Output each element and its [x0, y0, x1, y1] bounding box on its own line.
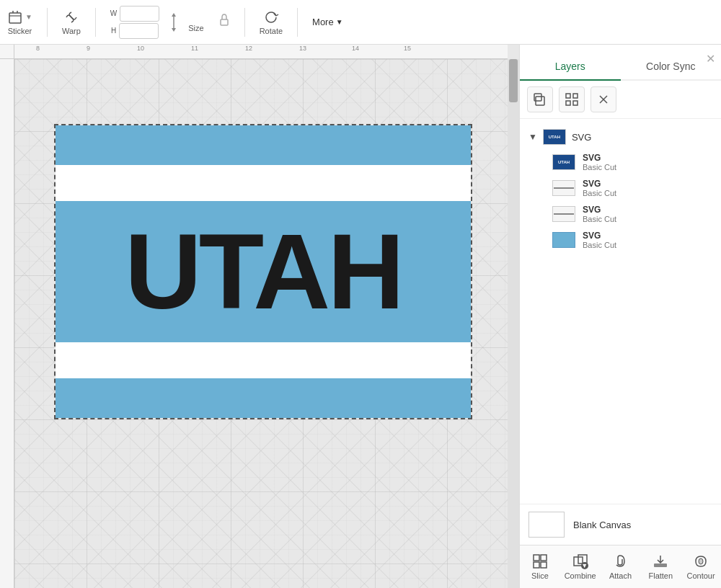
ruler-mark-15: 15	[404, 45, 411, 52]
layer-thumb-3	[552, 206, 575, 222]
sticker-label: Sticker	[8, 27, 32, 35]
layer-name-2: SVG	[583, 179, 616, 189]
layer-thumb-4	[552, 232, 575, 248]
svg-rect-9	[573, 94, 578, 98]
sep2	[95, 8, 96, 37]
bottom-actions: Slice ▼ Combine Attach	[520, 545, 721, 588]
sticker-tool[interactable]: ▼ Sticker	[7, 9, 32, 35]
duplicate-icon	[533, 92, 547, 107]
utah-stripe-top	[56, 165, 471, 201]
sticker-icon	[7, 9, 23, 25]
ruler-mark-8: 8	[36, 45, 40, 52]
combine-icon: ▼	[572, 553, 588, 569]
combine-label: Combine	[565, 571, 596, 580]
warp-tool[interactable]: Warp	[62, 9, 81, 35]
svg-rect-18	[534, 562, 539, 568]
delete-icon	[596, 92, 611, 107]
contour-button[interactable]: Contour	[681, 545, 721, 588]
grid-background: UTAH	[14, 59, 508, 588]
sticker-icon-area: ▼	[7, 9, 32, 25]
delete-icon-btn[interactable]	[590, 86, 616, 112]
toolbar: ▼ Sticker Warp W H	[0, 0, 721, 45]
layer-info-4: SVG Basic Cut	[583, 231, 616, 249]
group-name: SVG	[572, 132, 591, 143]
ruler-mark-12: 12	[245, 45, 252, 52]
panel-tabs: Layers Color Sync ✕	[520, 45, 721, 81]
slice-label: Slice	[531, 571, 549, 580]
lock-icon	[218, 13, 230, 27]
ruler-horizontal: 8 9 10 11 12 13 14 15	[0, 45, 508, 59]
canvas-area[interactable]: 8 9 10 11 12 13 14 15 UTAH	[0, 45, 519, 588]
contour-icon	[693, 553, 709, 569]
slice-icon	[532, 553, 548, 569]
flatten-label: Flatten	[648, 571, 673, 580]
layers-list: ▼ UTAH SVG UTAH SVG Basic Cut SVG Ba	[520, 119, 721, 504]
svg-rect-0	[9, 13, 21, 23]
svg-rect-10	[566, 101, 570, 105]
ruler-mark-11: 11	[191, 45, 198, 52]
combine-button[interactable]: ▼ Combine	[560, 545, 601, 588]
svg-rect-11	[573, 101, 578, 105]
tab-layers[interactable]: Layers	[520, 53, 621, 81]
main-area: 8 9 10 11 12 13 14 15 UTAH	[0, 45, 721, 588]
more-chevron-icon: ▼	[336, 18, 343, 26]
layer-thumb-1: UTAH	[552, 154, 575, 170]
layer-name-3: SVG	[583, 205, 616, 215]
attach-icon	[612, 553, 628, 569]
layers-tab-label: Layers	[555, 61, 585, 72]
svg-rect-8	[566, 94, 570, 98]
scrollbar-thumb[interactable]	[509, 59, 518, 102]
ruler-mark-10: 10	[137, 45, 144, 52]
sep1	[47, 8, 48, 37]
slice-button[interactable]: Slice	[520, 545, 560, 588]
ruler-vertical	[0, 45, 14, 588]
utah-design[interactable]: UTAH	[54, 124, 472, 419]
svg-rect-22	[654, 564, 667, 567]
warp-icon	[63, 9, 79, 25]
layer-item-3[interactable]: SVG Basic Cut	[520, 201, 721, 227]
layer-name-4: SVG	[583, 231, 616, 241]
more-button[interactable]: More ▼	[312, 17, 343, 27]
layer-type-1: Basic Cut	[583, 163, 616, 172]
sep3	[244, 8, 245, 37]
duplicate-icon-btn[interactable]	[527, 86, 553, 112]
layer-info-1: SVG Basic Cut	[583, 153, 616, 172]
panel-close-button[interactable]: ✕	[706, 52, 715, 66]
svg-rect-17	[541, 555, 547, 561]
layer-info-2: SVG Basic Cut	[583, 179, 616, 197]
svg-rect-16	[534, 555, 539, 561]
layer-item-4[interactable]: SVG Basic Cut	[520, 227, 721, 253]
flatten-button[interactable]: Flatten	[640, 545, 681, 588]
utah-text: UTAH	[125, 218, 402, 325]
warp-label: Warp	[62, 27, 81, 35]
group-icon-btn[interactable]	[559, 86, 585, 112]
group-chevron-icon: ▼	[528, 132, 537, 142]
scrollbar-vertical[interactable]	[508, 59, 519, 588]
ruler-corner	[0, 45, 14, 59]
layer-item-2[interactable]: SVG Basic Cut	[520, 175, 721, 201]
layer-item-1[interactable]: UTAH SVG Basic Cut	[520, 149, 721, 175]
attach-label: Attach	[609, 571, 632, 580]
layer-type-2: Basic Cut	[583, 189, 616, 197]
layer-thumb-2	[552, 180, 575, 196]
more-label: More	[312, 17, 334, 27]
panel-icon-buttons	[520, 81, 721, 119]
blank-canvas-section: Blank Canvas	[520, 504, 721, 545]
layer-group-svg[interactable]: ▼ UTAH SVG	[520, 125, 721, 149]
layer-name-1: SVG	[583, 153, 616, 163]
utah-background: UTAH	[56, 125, 471, 418]
blank-canvas-thumb	[528, 512, 565, 538]
rotate-tool[interactable]: Rotate	[260, 9, 283, 35]
utah-stripe-bottom	[56, 342, 471, 378]
group-icon	[565, 92, 579, 107]
sep4	[297, 8, 298, 37]
attach-button[interactable]: Attach	[601, 545, 641, 588]
layer-type-3: Basic Cut	[583, 215, 616, 223]
ruler-mark-9: 9	[87, 45, 90, 52]
ruler-mark-14: 14	[352, 45, 359, 52]
flatten-icon	[653, 553, 668, 569]
group-thumb: UTAH	[543, 129, 566, 145]
contour-label: Contour	[687, 571, 715, 580]
rotate-icon	[263, 9, 279, 25]
blank-canvas-row[interactable]: Blank Canvas	[528, 512, 712, 538]
